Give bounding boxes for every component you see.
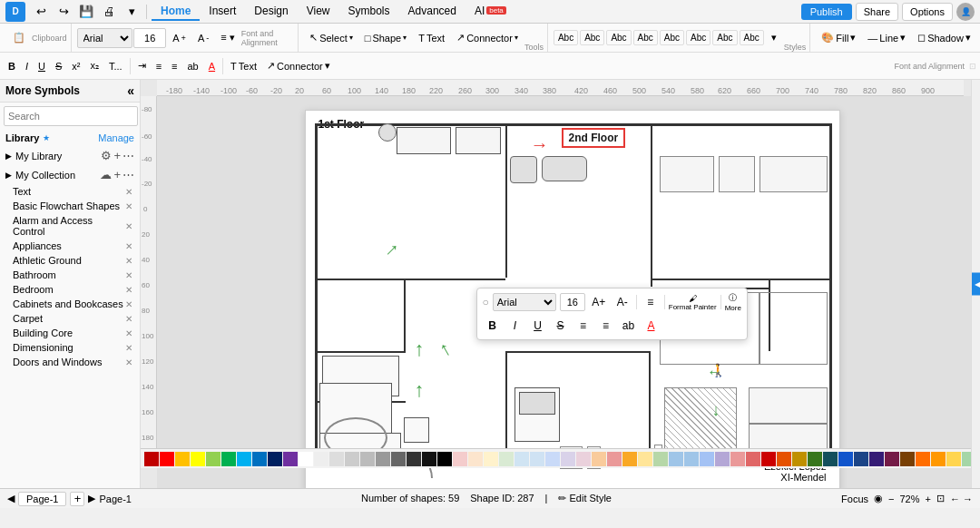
tab-view[interactable]: View: [298, 3, 339, 21]
color-swatch-26[interactable]: [545, 452, 560, 466]
color-swatch-47[interactable]: [869, 452, 884, 466]
color-swatch-51[interactable]: [931, 452, 946, 466]
close-appliances[interactable]: ✕: [125, 241, 132, 251]
color-swatch-37[interactable]: [715, 452, 730, 466]
indent-btn[interactable]: ⇥: [133, 58, 151, 73]
right-panel-expand[interactable]: ◀: [972, 273, 980, 296]
sidebar-item-athletic[interactable]: Athletic Ground ✕: [0, 253, 140, 268]
my-library-settings[interactable]: ⚙: [101, 149, 112, 162]
style-abc-1[interactable]: Abc: [554, 30, 578, 45]
sidebar-collapse-btn[interactable]: «: [127, 83, 134, 98]
connector-tool-2[interactable]: ↗ Connector ▾: [262, 58, 335, 73]
sidebar-item-dimensioning[interactable]: Dimensioning ✕: [0, 340, 140, 355]
ft-list-ordered[interactable]: ≡: [596, 316, 616, 336]
shape-tool[interactable]: □ Shape ▾: [359, 31, 412, 45]
color-swatch-38[interactable]: [730, 452, 745, 466]
save-button[interactable]: 💾: [76, 2, 96, 22]
color-swatch-20[interactable]: [453, 452, 467, 466]
color-swatch-29[interactable]: [592, 452, 606, 466]
color-swatch-44[interactable]: [823, 452, 838, 466]
sidebar-item-cabinets[interactable]: Cabinets and Bookcases ✕: [0, 297, 140, 311]
color-swatch-15[interactable]: [376, 452, 390, 466]
zoom-out-btn[interactable]: −: [888, 494, 894, 504]
subscript-btn[interactable]: x₂: [85, 58, 103, 73]
color-swatch-34[interactable]: [669, 452, 683, 466]
bullets-btn[interactable]: ≡: [152, 59, 166, 73]
color-swatch-13[interactable]: [345, 452, 359, 466]
page-canvas[interactable]: 1st Floor → 2nd Floor: [305, 110, 840, 488]
italic-btn[interactable]: I: [21, 59, 33, 73]
tab-advanced[interactable]: Advanced: [399, 3, 466, 21]
canvas-area[interactable]: -180 -140 -100 -60 -20 20 60 100 140 180…: [141, 80, 971, 488]
color-swatch-30[interactable]: [607, 452, 622, 466]
color-swatch-25[interactable]: [530, 452, 544, 466]
close-cabinets[interactable]: ✕: [125, 299, 132, 309]
ft-decrease-font[interactable]: A-: [612, 292, 632, 312]
focus-label[interactable]: Focus: [841, 494, 868, 504]
color-swatch-6[interactable]: [237, 452, 251, 466]
color-swatch-19[interactable]: [437, 452, 452, 466]
ft-bold[interactable]: B: [483, 316, 503, 336]
my-library-add[interactable]: +: [113, 149, 121, 162]
ft-format-painter[interactable]: 🖌 Format Painter: [669, 294, 717, 311]
share-button[interactable]: Share: [856, 3, 898, 21]
color-swatch-23[interactable]: [499, 452, 514, 466]
my-collection-cloud[interactable]: ☁: [100, 168, 112, 181]
close-dimensioning[interactable]: ✕: [125, 343, 132, 353]
style-abc-6[interactable]: Abc: [686, 30, 710, 45]
color-swatch-48[interactable]: [885, 452, 899, 466]
my-collection-row[interactable]: ▶ My Collection ☁ + ⋯: [0, 165, 140, 184]
close-text-item[interactable]: ✕: [125, 187, 132, 197]
color-swatch-50[interactable]: [916, 452, 930, 466]
color-swatch-40[interactable]: [761, 452, 776, 466]
close-carpet[interactable]: ✕: [125, 314, 132, 324]
page-nav-prev[interactable]: ◀: [7, 493, 15, 504]
color-swatch-8[interactable]: [268, 452, 282, 466]
color-swatch-43[interactable]: [808, 452, 822, 466]
sidebar-item-bedroom[interactable]: Bedroom ✕: [0, 282, 140, 297]
my-collection-add[interactable]: +: [113, 168, 121, 181]
options-button[interactable]: Options: [902, 3, 953, 21]
color-swatch-27[interactable]: [561, 452, 575, 466]
page-tab-label[interactable]: Page-1: [99, 494, 131, 504]
close-basic-flowchart[interactable]: ✕: [125, 201, 132, 211]
close-bathroom[interactable]: ✕: [125, 270, 132, 280]
clipboard-paste[interactable]: 📋: [7, 30, 31, 45]
sidebar-item-doors-windows[interactable]: Doors and Windows ✕: [0, 355, 140, 369]
color-swatch-11[interactable]: [314, 452, 328, 466]
manage-btn[interactable]: Manage: [98, 132, 134, 143]
color-swatch-3[interactable]: [191, 452, 205, 466]
color-swatch-41[interactable]: [777, 452, 791, 466]
align-text-btn[interactable]: ab: [183, 59, 203, 73]
color-swatch-10[interactable]: [299, 452, 313, 466]
print-button[interactable]: 🖨: [99, 2, 119, 22]
color-swatch-17[interactable]: [407, 452, 421, 466]
fit-btn[interactable]: ⊡: [936, 493, 945, 504]
color-swatch-0[interactable]: [144, 452, 159, 466]
edit-style-btn[interactable]: ✏ Edit Style: [558, 493, 612, 504]
font-face-select[interactable]: Arial: [77, 28, 133, 48]
color-swatch-7[interactable]: [252, 452, 267, 466]
color-swatch-33[interactable]: [653, 452, 668, 466]
color-swatch-1[interactable]: [160, 452, 174, 466]
tab-ai[interactable]: AI beta: [466, 3, 515, 21]
line-btn[interactable]: — Line ▾: [862, 30, 911, 45]
style-abc-4[interactable]: Abc: [633, 30, 658, 45]
search-input[interactable]: [4, 106, 138, 126]
align-btn[interactable]: ≡ ▾: [215, 30, 240, 45]
color-swatch-31[interactable]: [622, 452, 637, 466]
fill-btn[interactable]: 🎨 Fill ▾: [816, 30, 861, 45]
color-swatch-28[interactable]: [576, 452, 591, 466]
ft-font-color[interactable]: A: [642, 316, 662, 336]
color-swatch-22[interactable]: [484, 452, 498, 466]
color-swatch-52[interactable]: [946, 452, 961, 466]
sidebar-item-building-core[interactable]: Building Core ✕: [0, 326, 140, 340]
decrease-font-btn[interactable]: A-: [192, 31, 214, 45]
style-abc-8[interactable]: Abc: [740, 30, 764, 45]
shadow-btn[interactable]: ◻ Shadow ▾: [912, 30, 976, 45]
color-swatch-2[interactable]: [175, 452, 190, 466]
strikethrough-btn[interactable]: S: [51, 59, 66, 73]
tab-home[interactable]: Home: [152, 3, 200, 21]
numbering-btn[interactable]: ≡: [167, 59, 181, 73]
ft-font-select[interactable]: Arial: [493, 293, 556, 311]
